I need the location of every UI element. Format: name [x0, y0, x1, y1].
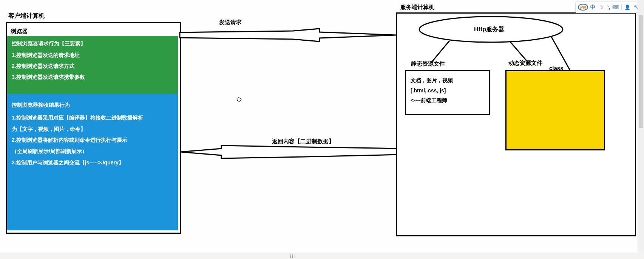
request-behavior-header: 控制浏览器请求行为【三要素】 [12, 40, 173, 48]
svg-marker-1 [181, 146, 400, 158]
request-line-1: 1.控制浏览器发送的请求地址 [12, 51, 173, 59]
svg-line-3 [431, 41, 449, 63]
send-request-label: 发送请求 [219, 19, 242, 26]
http-server-label: Http服务器 [474, 26, 504, 34]
static-line-1: 文档，图片，视频 [411, 75, 484, 86]
server-computer-title: 服务端计算机 [400, 4, 434, 11]
moon-icon[interactable]: ☽ [598, 4, 604, 11]
static-resource-box: 文档，图片，视频 [.html,.css,.js] <----前端工程师 [405, 70, 490, 115]
response-behavior-header: 控制浏览器接收结果行为 [12, 101, 173, 110]
client-computer-title: 客户端计算机 [8, 12, 45, 20]
punctuation-toggle[interactable]: °, [607, 5, 610, 10]
static-line-2: [.html,.css,.js] [411, 86, 484, 96]
response-line-2: 为【文字，视频，图片，命令】 [12, 125, 173, 134]
ime-toolbar[interactable]: PN 中 ☽ °, ⌨ 👤 🔧 [575, 2, 642, 13]
browser-label: 浏览器 [11, 28, 28, 35]
send-request-arrow [180, 29, 397, 44]
scrollbar-thumb[interactable] [639, 15, 643, 128]
request-line-2: 2.控制浏览器发送请求方式 [12, 62, 173, 70]
bottom-panel-strip [0, 252, 644, 259]
keyboard-icon[interactable]: ⌨ [612, 4, 619, 11]
response-line-3: 2.控制浏览器将解析内容或则命令进行执行与展示 [12, 136, 173, 145]
request-line-3: 3.控制浏览器发送请求携带参数 [12, 73, 173, 81]
return-content-arrow [180, 146, 401, 160]
return-content-label: 返回内容【二进制数据】 [272, 138, 334, 145]
cursor-icon: ◇ [236, 95, 242, 104]
splitter-handle-icon[interactable]: ┇┇┇ [289, 254, 296, 258]
response-line-1: 1.控制浏览器采用对应【编译器】将接收二进制数据解析 [12, 113, 173, 123]
diagram-canvas: 客户端计算机 浏览器 控制浏览器请求行为【三要素】 1.控制浏览器发送的请求地址… [0, 0, 644, 259]
dynamic-resource-title: 动态资源文件 [508, 60, 542, 67]
response-line-5: 3.控制用户与浏览器之间交流【js----->Jquery】 [12, 158, 173, 167]
pn-logo-icon[interactable]: PN [578, 4, 588, 11]
vertical-scrollbar[interactable] [638, 0, 644, 252]
static-line-3: <----前端工程师 [411, 95, 484, 106]
svg-marker-0 [180, 29, 396, 41]
person-icon[interactable]: 👤 [624, 4, 631, 11]
response-behavior-box: 控制浏览器接收结果行为 1.控制浏览器采用对应【编译器】将接收二进制数据解析 为… [7, 94, 178, 230]
ime-language-button[interactable]: 中 [590, 4, 595, 11]
request-behavior-box: 控制浏览器请求行为【三要素】 1.控制浏览器发送的请求地址 2.控制浏览器发送请… [7, 36, 178, 94]
dynamic-resource-box [505, 70, 605, 150]
response-line-4: （全局刷新展示/局部刷新展示） [12, 147, 173, 156]
static-resource-title: 静态资源文件 [411, 60, 445, 67]
toolbar-separator [621, 4, 622, 10]
